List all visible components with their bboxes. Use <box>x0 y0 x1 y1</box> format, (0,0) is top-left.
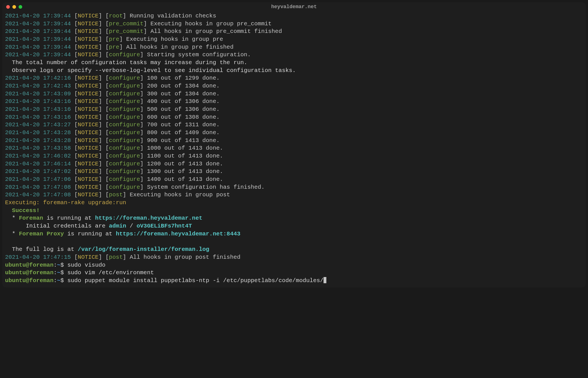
log-timestamp: 2021-04-20 17:39:44 <box>5 36 71 42</box>
log-level: NOTICE <box>78 36 98 42</box>
log-timestamp: 2021-04-20 17:43:16 <box>5 98 71 105</box>
log-line: 2021-04-20 17:47:06 [NOTICE] [configure]… <box>5 176 583 183</box>
log-level: NOTICE <box>78 98 98 105</box>
log-level: NOTICE <box>78 153 98 159</box>
log-context: configure <box>109 98 140 105</box>
traffic-lights <box>6 5 22 9</box>
log-level: NOTICE <box>78 106 98 112</box>
log-message: 100 out of 1299 done. <box>147 75 219 81</box>
log-timestamp: 2021-04-20 17:43:58 <box>5 145 71 151</box>
log-message: System configuration has finished. <box>147 184 264 190</box>
log-line: 2021-04-20 17:42:16 [NOTICE] [configure]… <box>5 74 583 82</box>
log-context: pre <box>109 36 119 42</box>
log-line: 2021-04-20 17:39:44 [NOTICE] [pre_commit… <box>5 20 583 28</box>
log-level: NOTICE <box>78 137 98 144</box>
log-context: configure <box>109 161 140 167</box>
log-timestamp: 2021-04-20 17:42:43 <box>5 83 71 89</box>
log-context: configure <box>109 106 140 112</box>
log-timestamp: 2021-04-20 17:43:16 <box>5 114 71 120</box>
prompt-user-host: ubuntu@foreman <box>5 277 53 284</box>
log-level: NOTICE <box>78 28 98 35</box>
log-timestamp: 2021-04-20 17:39:44 <box>5 21 71 27</box>
log-line: 2021-04-20 17:43:27 [NOTICE] [configure]… <box>5 121 583 129</box>
log-level: NOTICE <box>78 83 98 89</box>
foreman-url: https://foreman.heyvaldemar.net <box>95 215 202 221</box>
log-level: NOTICE <box>78 176 98 183</box>
log-level: NOTICE <box>78 91 98 97</box>
credentials-line: Initial credentials are admin / oV3GELiB… <box>5 222 583 230</box>
log-context: configure <box>109 153 140 159</box>
log-path-line: The full log is at /var/log/foreman-inst… <box>5 246 583 253</box>
blank-line <box>5 238 583 246</box>
log-level: NOTICE <box>78 145 98 151</box>
info-line: Observe logs or specify --verbose-log-le… <box>5 67 583 75</box>
prompt-path: ~ <box>57 269 60 276</box>
log-timestamp: 2021-04-20 17:46:02 <box>5 153 71 159</box>
foreman-proxy-name: Foreman Proxy <box>19 231 64 237</box>
foreman-url-line: * Foreman is running at https://foreman.… <box>5 214 583 222</box>
log-line: 2021-04-20 17:43:28 [NOTICE] [configure]… <box>5 129 583 137</box>
creds-user: admin <box>109 223 126 229</box>
log-message: 1100 out of 1413 done. <box>147 153 223 159</box>
terminal-window: heyvaldemar.net 2021-04-20 17:39:44 [NOT… <box>2 2 586 287</box>
log-context: pre <box>109 44 119 50</box>
log-timestamp: 2021-04-20 17:42:16 <box>5 75 71 81</box>
log-timestamp: 2021-04-20 17:43:27 <box>5 122 71 128</box>
log-line: 2021-04-20 17:39:44 [NOTICE] [configure]… <box>5 51 583 59</box>
log-level: NOTICE <box>78 161 98 167</box>
foreman-name: Foreman <box>19 215 43 221</box>
log-line: 2021-04-20 17:43:28 [NOTICE] [configure]… <box>5 137 583 145</box>
log-context: configure <box>109 129 140 136</box>
log-message: Starting system configuration. <box>147 51 251 58</box>
log-timestamp: 2021-04-20 17:47:08 <box>5 184 71 190</box>
log-context: pre_commit <box>109 21 143 27</box>
log-level: NOTICE <box>78 184 98 190</box>
log-timestamp: 2021-04-20 17:39:44 <box>5 51 71 58</box>
log-message: Executing hooks in group post <box>130 192 230 198</box>
log-level: NOTICE <box>78 129 98 136</box>
log-context: post <box>109 254 123 260</box>
info-line: The total number of configuration tasks … <box>5 59 583 67</box>
log-level: NOTICE <box>78 192 98 198</box>
log-timestamp: 2021-04-20 17:47:06 <box>5 176 71 183</box>
log-level: NOTICE <box>78 51 98 58</box>
terminal-body[interactable]: 2021-04-20 17:39:44 [NOTICE] [root] Runn… <box>2 11 586 287</box>
log-message: 600 out of 1308 done. <box>147 114 219 120</box>
titlebar: heyvaldemar.net <box>2 2 586 11</box>
log-level: NOTICE <box>78 168 98 175</box>
shell-prompt-line: ubuntu@foreman:~$ sudo vim /etc/environm… <box>5 269 583 277</box>
log-timestamp: 2021-04-20 17:47:15 <box>5 254 71 260</box>
log-message: 400 out of 1306 done. <box>147 98 219 105</box>
foreman-proxy-line: * Foreman Proxy is running at https://fo… <box>5 230 583 238</box>
log-message: 1400 out of 1413 done. <box>147 176 223 183</box>
log-context: configure <box>109 114 140 120</box>
log-message: Executing hooks in group pre_commit <box>151 21 272 27</box>
log-message: 200 out of 1304 done. <box>147 83 219 89</box>
log-line: 2021-04-20 17:39:44 [NOTICE] [pre] All h… <box>5 43 583 51</box>
prompt-user-host: ubuntu@foreman <box>5 262 53 268</box>
log-message: All hooks in group pre_commit finished <box>151 28 282 35</box>
foreman-proxy-url: https://foreman.heyvaldemar.net:8443 <box>116 231 241 237</box>
log-context: configure <box>109 184 140 190</box>
shell-command: sudo vim /etc/environment <box>67 269 154 276</box>
log-context: configure <box>109 168 140 175</box>
log-line: 2021-04-20 17:47:15 [NOTICE] [post] All … <box>5 253 583 261</box>
log-level: NOTICE <box>78 44 98 50</box>
log-level: NOTICE <box>78 75 98 81</box>
log-message: 500 out of 1306 done. <box>147 106 219 112</box>
prompt-path: ~ <box>57 262 60 268</box>
zoom-icon[interactable] <box>19 5 22 9</box>
close-icon[interactable] <box>6 5 10 9</box>
minimize-icon[interactable] <box>12 5 16 9</box>
log-context: configure <box>109 75 140 81</box>
log-context: configure <box>109 122 140 128</box>
log-timestamp: 2021-04-20 17:47:08 <box>5 192 71 198</box>
log-context: configure <box>109 137 140 144</box>
prompt-path: ~ <box>57 277 60 284</box>
log-line: 2021-04-20 17:47:02 [NOTICE] [configure]… <box>5 168 583 176</box>
log-message: 800 out of 1409 done. <box>147 129 219 136</box>
log-message: All hooks in group post finished <box>130 254 241 260</box>
log-message: 900 out of 1413 done. <box>147 137 219 144</box>
log-line: 2021-04-20 17:43:16 [NOTICE] [configure]… <box>5 98 583 105</box>
log-level: NOTICE <box>78 254 98 260</box>
